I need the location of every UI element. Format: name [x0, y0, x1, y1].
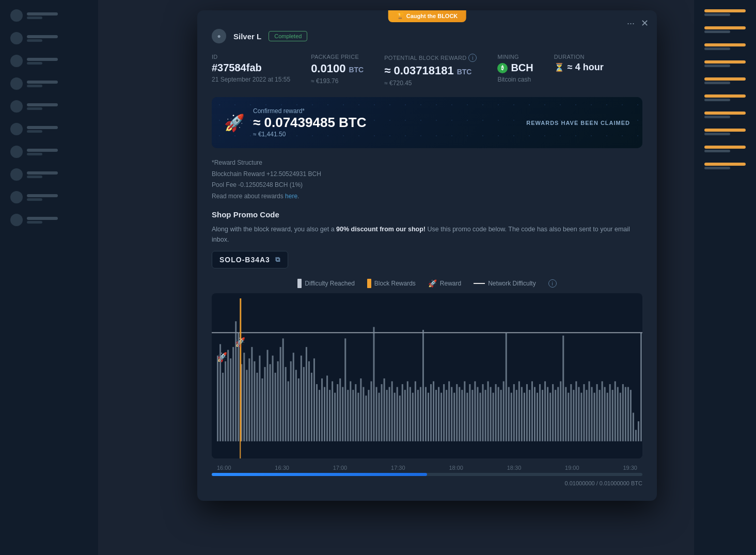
sidebar-item-3[interactable] [5, 51, 93, 71]
svg-rect-144 [578, 387, 579, 441]
progress-bar-container [212, 473, 642, 476]
hourglass-icon: ⏳ [554, 62, 564, 72]
info-block-reward: Potential Block Reward i ≈ 0.03718181 BT… [384, 54, 477, 87]
promo-code-text: SOLO-B34A3 [219, 256, 270, 264]
avatar [10, 100, 23, 113]
sidebar-text [27, 194, 58, 201]
avatar [10, 55, 23, 67]
svg-rect-57 [352, 390, 354, 442]
sidebar-item-6[interactable] [5, 119, 93, 139]
sidebar-item-10[interactable] [5, 210, 93, 230]
sidebar-text [27, 12, 58, 19]
svg-rect-127 [534, 387, 536, 441]
reward-info-icon[interactable]: i [468, 54, 477, 62]
info-block-mining: Mining ₿ BCH Bitcoin cash [497, 54, 533, 87]
read-more-text: Read more about rewards here. [212, 191, 642, 202]
package-unit: BTC [349, 66, 364, 74]
svg-rect-64 [370, 382, 372, 441]
copy-icon: ⧉ [275, 256, 280, 264]
right-item-3 [699, 39, 751, 54]
reward-structure-line1: Blockchain Reward +12.50524931 BCH [212, 169, 642, 180]
svg-rect-164 [630, 390, 632, 442]
confirmed-label: Confirmed reward* [253, 107, 367, 115]
svg-rect-30 [282, 339, 284, 441]
more-options-button[interactable]: ··· [627, 18, 635, 29]
svg-rect-94 [448, 382, 450, 441]
close-button[interactable]: ✕ [641, 18, 649, 29]
svg-rect-72 [391, 382, 393, 441]
svg-rect-107 [482, 384, 484, 441]
sidebar-item-7[interactable] [5, 141, 93, 162]
svg-rect-54 [344, 339, 346, 441]
sidebar-item-9[interactable] [5, 187, 93, 208]
chart-legend: Difficulty Reached Block Rewards 🚀 Rewar… [212, 279, 642, 288]
id-value: #37584fab [212, 62, 290, 74]
promo-section: Shop Promo Code Along with the block rew… [212, 210, 642, 268]
svg-rect-11 [232, 347, 234, 441]
right-item-9 [699, 141, 751, 156]
svg-rect-97 [456, 384, 458, 441]
svg-rect-149 [591, 387, 593, 441]
reward-structure-line2: Pool Fee -0.12505248 BCH (1%) [212, 180, 642, 191]
svg-rect-156 [609, 384, 611, 441]
svg-rect-96 [453, 393, 455, 441]
promo-code-box[interactable]: SOLO-B34A3 ⧉ [212, 251, 288, 268]
sidebar-item-4[interactable] [5, 73, 93, 94]
right-item-8 [699, 124, 751, 139]
svg-rect-15 [243, 353, 245, 442]
svg-rect-38 [303, 367, 305, 441]
bch-icon: ₿ [497, 63, 508, 73]
rocket-icon: 🚀 [224, 113, 245, 133]
time-label-0: 16:00 [217, 465, 231, 471]
sidebar-text [27, 58, 58, 65]
svg-rect-93 [446, 390, 447, 442]
svg-rect-80 [412, 393, 414, 441]
progress-text: 0.01000000 / 0.01000000 BTC [565, 480, 642, 486]
svg-rect-37 [301, 356, 302, 441]
read-more-link[interactable]: here [285, 193, 297, 200]
svg-rect-77 [404, 390, 406, 442]
svg-rect-141 [570, 384, 572, 441]
svg-rect-76 [402, 384, 403, 441]
progress-info: 0.01000000 / 0.01000000 BTC [212, 480, 642, 490]
sidebar-item-5[interactable] [5, 96, 93, 117]
svg-rect-102 [469, 384, 470, 441]
sidebar-text [27, 126, 58, 133]
modal-actions: ··· ✕ [627, 18, 649, 29]
svg-rect-82 [417, 390, 419, 442]
svg-rect-63 [368, 390, 369, 442]
svg-rect-154 [604, 387, 606, 441]
svg-rect-25 [270, 364, 271, 441]
legend-network-difficulty: Network Difficulty [474, 280, 536, 287]
svg-rect-52 [339, 378, 341, 441]
svg-rect-78 [407, 382, 408, 441]
id-date: 21 September 2022 at 15:55 [212, 76, 290, 83]
svg-rect-90 [438, 387, 439, 441]
chart-info-icon[interactable]: i [548, 279, 557, 288]
promo-desc: Along with the block reward, you also ge… [212, 224, 642, 245]
sidebar-item-1[interactable] [5, 5, 93, 26]
svg-rect-69 [384, 378, 385, 441]
svg-rect-9 [227, 350, 229, 441]
svg-rect-31 [285, 367, 287, 441]
svg-rect-136 [557, 387, 559, 441]
reward-structure-title: *Reward Structure [212, 157, 642, 169]
svg-rect-24 [267, 350, 269, 441]
svg-rect-5 [217, 356, 218, 441]
sidebar-item-2[interactable] [5, 28, 93, 49]
network-difficulty-line [474, 283, 485, 284]
svg-rect-151 [596, 384, 598, 441]
svg-rect-130 [542, 390, 543, 442]
reward-unit: BTC [457, 68, 472, 76]
info-block-duration: Duration ⏳ ≈ 4 hour [554, 54, 604, 87]
chart-svg: 🚀 🚀 [212, 298, 642, 458]
svg-rect-142 [573, 390, 574, 442]
svg-rect-115 [503, 382, 505, 441]
right-item-5 [699, 73, 751, 88]
svg-rect-19 [254, 361, 255, 441]
duration-value: ≈ 4 hour [568, 62, 604, 73]
promo-highlight: 90% discount from our shop! [336, 226, 426, 233]
svg-rect-68 [381, 384, 383, 441]
svg-rect-40 [308, 361, 310, 441]
sidebar-item-8[interactable] [5, 164, 93, 185]
